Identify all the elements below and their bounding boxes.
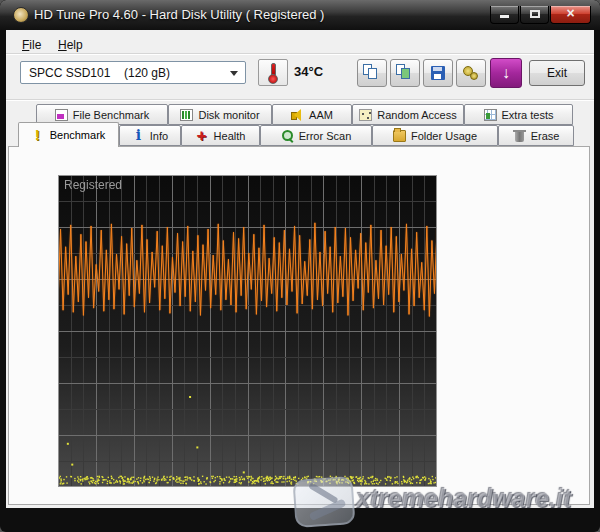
menu-help[interactable]: Help bbox=[52, 36, 89, 54]
tab-extra-tests[interactable]: Extra tests bbox=[464, 104, 573, 125]
copy-image-button[interactable] bbox=[390, 59, 420, 87]
tab-random-access[interactable]: Random Access bbox=[352, 104, 464, 125]
options-button[interactable] bbox=[456, 59, 486, 87]
benchmark-chart-canvas bbox=[58, 175, 437, 487]
maximize-icon bbox=[530, 10, 540, 18]
tab-info[interactable]: Info bbox=[119, 125, 181, 146]
window-title: HD Tune Pro 4.60 - Hard Disk Utility ( R… bbox=[34, 7, 324, 22]
close-button[interactable]: × bbox=[550, 6, 591, 24]
client-area: File Help SPCC SSD101 (120 gB) 34°C ↓ bbox=[6, 30, 594, 508]
extra-tests-icon bbox=[484, 109, 497, 121]
capture-button[interactable]: ↓ bbox=[490, 58, 522, 88]
random-access-icon bbox=[359, 109, 372, 121]
speaker-icon bbox=[291, 109, 304, 121]
disk-monitor-icon bbox=[180, 109, 193, 121]
temperature-value: 34°C bbox=[294, 64, 323, 79]
tab-folder-usage[interactable]: Folder Usage bbox=[372, 125, 498, 146]
drive-capacity: (120 gB) bbox=[124, 66, 170, 80]
menu-file[interactable]: File bbox=[16, 36, 47, 54]
tab-error-scan[interactable]: Error Scan bbox=[260, 125, 372, 146]
folder-icon bbox=[393, 130, 406, 142]
save-icon bbox=[431, 66, 445, 80]
benchmark-icon bbox=[32, 129, 45, 141]
minimize-icon bbox=[500, 15, 509, 18]
drive-select[interactable]: SPCC SSD101 (120 gB) bbox=[20, 61, 246, 84]
tab-erase[interactable]: Erase bbox=[498, 125, 574, 146]
down-arrow-icon: ↓ bbox=[502, 64, 510, 81]
minimize-button[interactable] bbox=[490, 6, 519, 24]
tab-health[interactable]: Health bbox=[181, 125, 260, 146]
toolbar-separator bbox=[6, 99, 594, 100]
maximize-button[interactable] bbox=[520, 6, 549, 24]
menu-separator bbox=[6, 53, 594, 54]
registered-watermark: Registered bbox=[64, 178, 122, 192]
magnifier-icon bbox=[281, 130, 294, 142]
health-cross-icon bbox=[196, 130, 209, 142]
exit-button[interactable]: Exit bbox=[529, 60, 585, 86]
chevron-down-icon bbox=[230, 71, 238, 76]
copy-button[interactable] bbox=[357, 59, 387, 87]
trash-icon bbox=[513, 130, 526, 142]
info-icon bbox=[132, 130, 145, 142]
hd-tune-window: HD Tune Pro 4.60 - Hard Disk Utility ( R… bbox=[0, 0, 600, 532]
save-button[interactable] bbox=[423, 59, 453, 87]
file-benchmark-icon bbox=[55, 109, 68, 121]
app-icon bbox=[13, 7, 29, 23]
tab-disk-monitor[interactable]: Disk monitor bbox=[168, 104, 272, 125]
temperature-button[interactable] bbox=[258, 59, 288, 86]
drive-name: SPCC SSD101 bbox=[29, 66, 110, 80]
title-bar[interactable]: HD Tune Pro 4.60 - Hard Disk Utility ( R… bbox=[0, 0, 600, 30]
tab-benchmark[interactable]: Benchmark bbox=[18, 122, 119, 147]
tab-aam[interactable]: AAM bbox=[272, 104, 352, 125]
